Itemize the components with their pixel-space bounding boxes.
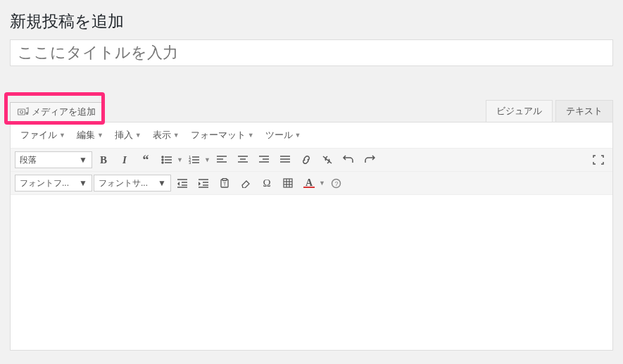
text-color-icon: A <box>303 178 315 188</box>
bold-button[interactable]: B <box>94 151 113 169</box>
redo-icon <box>364 155 375 165</box>
toolbar-row-2: フォントフ...▼ フォントサ...▼ T Ω A ▼ ? <box>11 172 612 195</box>
fullscreen-button[interactable] <box>589 151 608 169</box>
editor-menu-bar: ファイル▼ 編集▼ 挿入▼ 表示▼ フォーマット▼ ツール▼ <box>11 123 612 149</box>
camera-music-icon <box>18 107 29 117</box>
align-left-button[interactable] <box>212 151 232 169</box>
svg-text:T: T <box>223 182 227 187</box>
help-button[interactable]: ? <box>327 174 346 192</box>
chevron-down-icon: ▼ <box>295 132 301 139</box>
align-center-icon <box>238 156 248 164</box>
title-input-wrap <box>0 39 623 66</box>
italic-button[interactable]: I <box>115 151 134 169</box>
redo-button[interactable] <box>360 151 379 169</box>
svg-point-3 <box>162 156 163 158</box>
omega-icon: Ω <box>263 177 270 189</box>
link-button[interactable] <box>296 151 316 169</box>
align-left-icon <box>217 156 227 164</box>
svg-point-2 <box>26 113 28 115</box>
editor-container: ファイル▼ 編集▼ 挿入▼ 表示▼ フォーマット▼ ツール▼ 段落▼ B I “… <box>10 122 613 351</box>
number-list-button[interactable]: 123 <box>184 151 204 169</box>
align-justify-button[interactable] <box>275 151 295 169</box>
indent-button[interactable] <box>194 174 213 192</box>
eraser-icon <box>240 178 251 188</box>
menu-tools[interactable]: ツール▼ <box>261 127 306 144</box>
chevron-down-icon: ▼ <box>158 178 166 188</box>
font-size-select[interactable]: フォントサ...▼ <box>94 175 171 192</box>
paste-text-button[interactable]: T <box>215 174 234 192</box>
svg-point-1 <box>20 111 23 113</box>
align-right-icon <box>259 156 269 164</box>
font-family-select[interactable]: フォントフ...▼ <box>15 175 92 192</box>
blockquote-button[interactable]: “ <box>136 151 156 169</box>
toolbar-row-1: 段落▼ B I “ ▼ 123 ▼ <box>11 149 612 172</box>
format-select[interactable]: 段落▼ <box>15 151 92 168</box>
menu-view[interactable]: 表示▼ <box>149 127 184 144</box>
number-list-icon: 123 <box>189 155 200 165</box>
post-title-input[interactable] <box>10 39 613 66</box>
link-icon <box>301 155 312 165</box>
align-justify-icon <box>280 156 290 164</box>
tab-visual[interactable]: ビジュアル <box>486 100 553 122</box>
bold-icon: B <box>100 154 107 166</box>
svg-rect-36 <box>222 179 227 181</box>
quote-icon: “ <box>143 153 149 168</box>
chevron-down-icon: ▼ <box>79 155 87 165</box>
menu-edit[interactable]: 編集▼ <box>73 127 108 144</box>
menu-file[interactable]: ファイル▼ <box>16 127 70 144</box>
chevron-down-icon: ▼ <box>173 132 180 139</box>
outdent-icon <box>177 178 188 188</box>
unlink-icon <box>322 155 333 165</box>
svg-point-7 <box>162 162 163 163</box>
menu-insert[interactable]: 挿入▼ <box>111 127 146 144</box>
undo-button[interactable] <box>339 151 358 169</box>
text-color-button[interactable]: A <box>299 174 319 192</box>
chevron-down-icon: ▼ <box>248 132 254 139</box>
svg-rect-38 <box>284 179 292 187</box>
table-button[interactable] <box>278 174 298 192</box>
chevron-down-icon: ▼ <box>97 132 103 139</box>
indent-icon <box>198 178 209 188</box>
chevron-down-icon: ▼ <box>59 132 65 139</box>
align-center-button[interactable] <box>233 151 253 169</box>
chevron-down-icon: ▼ <box>319 180 325 187</box>
unlink-button[interactable] <box>317 151 337 169</box>
svg-text:3: 3 <box>189 161 191 165</box>
fullscreen-icon <box>593 155 604 165</box>
svg-rect-0 <box>18 109 25 115</box>
chevron-down-icon: ▼ <box>204 156 210 163</box>
editor-content[interactable] <box>11 195 612 350</box>
bullet-list-button[interactable] <box>157 151 177 169</box>
tab-text[interactable]: テキスト <box>555 100 613 122</box>
svg-point-5 <box>162 159 163 161</box>
chevron-down-icon: ▼ <box>177 156 183 163</box>
align-right-button[interactable] <box>254 151 274 169</box>
clear-formatting-button[interactable] <box>236 174 256 192</box>
italic-icon: I <box>122 154 127 166</box>
menu-format[interactable]: フォーマット▼ <box>187 127 258 144</box>
table-icon <box>283 178 293 188</box>
editor-tabs: ビジュアル テキスト <box>486 100 613 122</box>
svg-text:?: ? <box>335 180 339 187</box>
outdent-button[interactable] <box>172 174 192 192</box>
chevron-down-icon: ▼ <box>135 132 141 139</box>
special-char-button[interactable]: Ω <box>257 174 277 192</box>
help-icon: ? <box>331 178 341 189</box>
chevron-down-icon: ▼ <box>79 178 87 188</box>
undo-icon <box>343 155 354 165</box>
add-media-label: メディアを追加 <box>32 106 96 118</box>
bullet-list-icon <box>161 155 172 165</box>
add-media-button[interactable]: メディアを追加 <box>10 102 103 122</box>
page-title: 新規投稿を追加 <box>0 0 623 39</box>
clipboard-icon: T <box>220 178 229 188</box>
